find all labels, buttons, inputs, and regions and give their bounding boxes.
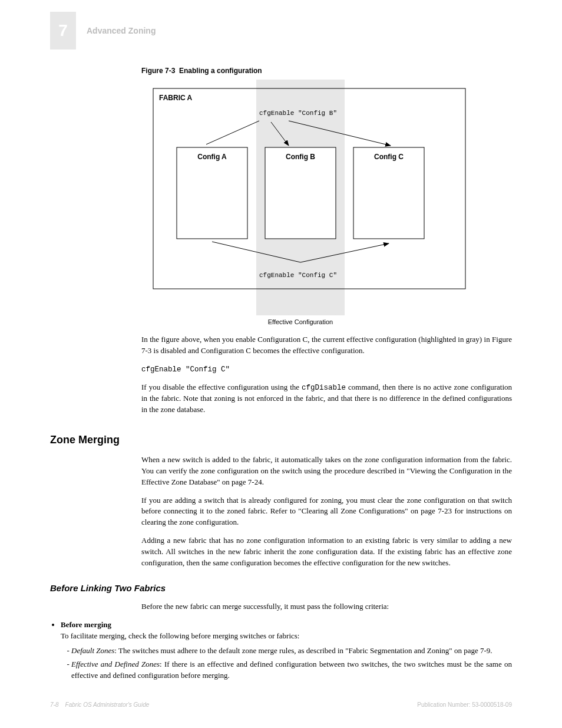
- figure: FABRIC A cfgEnable "Config B" Config A C…: [141, 80, 512, 327]
- p1-cmd-line: cfgEnable "Config C": [141, 364, 512, 375]
- bullet-0-lead: Before merging: [61, 620, 111, 629]
- merging-p2: If you are adding a switch that is alrea…: [141, 495, 512, 529]
- figure-svg: FABRIC A cfgEnable "Config B" Config A C…: [141, 80, 471, 327]
- config-c-label: Config C: [374, 153, 404, 161]
- section-zone-merging-title: Zone Merging: [50, 432, 512, 447]
- config-b-label: Config B: [286, 153, 315, 161]
- effective-config-label: Effective Configuration: [268, 318, 333, 325]
- bullet-2-lead: Effective and Defined Zones: [71, 660, 160, 668]
- footer-page-number: 7-8: [50, 701, 58, 708]
- bullet-effective-defined: Effective and Defined Zones: If there is…: [71, 659, 512, 681]
- config-a-box: [177, 147, 247, 239]
- bullet-1-body: The switches must adhere to the default …: [118, 646, 492, 655]
- prejoin-intro: Before the new fabric can merge successf…: [141, 601, 512, 612]
- section-prejoin-title: Before Linking Two Fabrics: [50, 582, 512, 595]
- config-c-box: [353, 147, 424, 239]
- fabric-label: FABRIC A: [159, 94, 193, 102]
- bullet-1-lead: Default Zones: [71, 646, 114, 655]
- figure-caption: Figure 7-3 Enabling a configuration: [141, 66, 512, 76]
- bullet-default-zones: Default Zones: The switches must adhere …: [71, 645, 512, 657]
- paragraph-2: If you disable the effective configurati…: [141, 382, 512, 416]
- prejoin-bullets: Before merging To facilitate merging, ch…: [50, 620, 512, 681]
- cfg-enable-c-label: cfgEnable "Config C": [259, 272, 337, 279]
- footer-doc-title: Fabric OS Administrator's Guide: [65, 701, 150, 708]
- bullet-before-merging: Before merging To facilitate merging, ch…: [61, 620, 512, 681]
- chapter-number-box: 7: [50, 12, 76, 50]
- chapter-number: 7: [58, 19, 68, 43]
- cfgDisable-cmd: cfgDisable: [302, 384, 346, 392]
- config-b-box: [265, 147, 336, 239]
- chapter-title: Advanced Zoning: [87, 25, 156, 37]
- bullet-0-body: To facilitate merging, check the followi…: [61, 631, 299, 640]
- merging-intro: When a new switch is added to the fabric…: [141, 454, 512, 488]
- page-footer: 7-8 Fabric OS Administrator's Guide Publ…: [50, 701, 512, 710]
- p1-text: In the figure above, when you enable Con…: [141, 335, 512, 355]
- cfg-enable-b-label: cfgEnable "Config B": [259, 110, 337, 117]
- paragraph-1: In the figure above, when you enable Con…: [141, 334, 512, 357]
- footer-left: 7-8 Fabric OS Administrator's Guide: [50, 701, 149, 710]
- footer-right: Publication Number: 53-0000518-09: [417, 701, 512, 710]
- page-header: 7 Advanced Zoning: [50, 12, 512, 50]
- p1-command: cfgEnable "Config C": [141, 365, 230, 374]
- figure-title: Enabling a configuration: [179, 67, 262, 75]
- config-a-label: Config A: [197, 153, 227, 161]
- figure-number: Figure 7-3: [141, 67, 175, 75]
- merging-p3: Adding a new fabric that has no zone con…: [141, 535, 512, 569]
- arrow-label-to-a: [206, 121, 259, 144]
- p2-pre: If you disable the effective configurati…: [141, 383, 302, 391]
